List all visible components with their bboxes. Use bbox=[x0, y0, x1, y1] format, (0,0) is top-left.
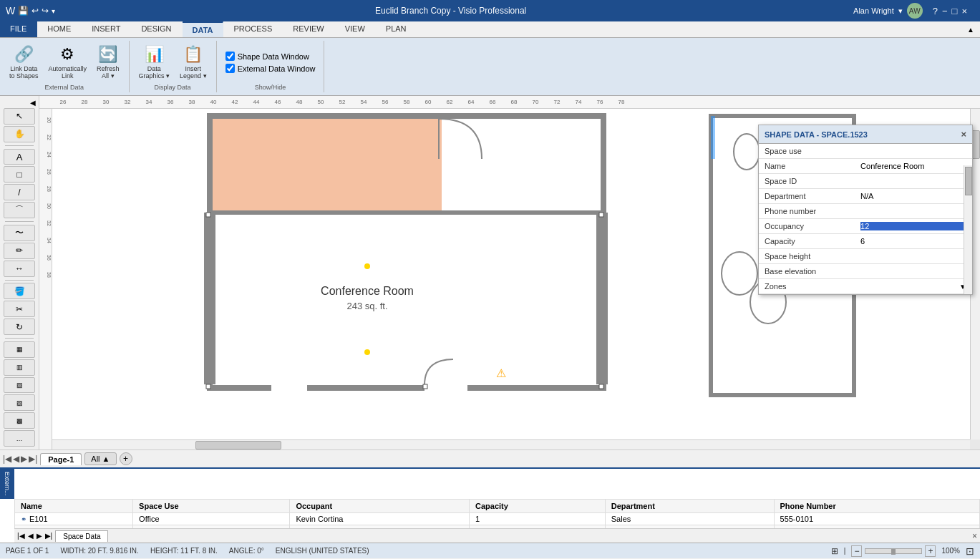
insert-legend-btn[interactable]: 📋 InsertLegend ▾ bbox=[176, 43, 210, 82]
shape-data-header: SHAPE DATA - SPACE.1523 × bbox=[759, 125, 972, 144]
user-dropdown[interactable]: ▾ bbox=[898, 6, 903, 16]
tab-file[interactable]: FILE bbox=[0, 21, 37, 37]
ribbon-collapse-btn[interactable]: ▲ bbox=[967, 26, 974, 34]
zoom-minus-btn[interactable]: − bbox=[851, 545, 862, 557]
field-input-space-use[interactable] bbox=[860, 147, 966, 155]
toolbox-expand-btn[interactable]: ◀ bbox=[30, 99, 36, 107]
close-btn[interactable]: × bbox=[961, 6, 967, 16]
shape-hatch-2[interactable]: ▥ bbox=[4, 359, 35, 376]
tab-view[interactable]: VIEW bbox=[335, 21, 376, 37]
text-tool[interactable]: A bbox=[4, 149, 35, 165]
panel-scrollbar-thumb bbox=[965, 167, 972, 195]
expand-shapes-btn[interactable]: … bbox=[4, 430, 35, 447]
shape-tool[interactable]: □ bbox=[4, 166, 35, 183]
fill-tool[interactable]: 🪣 bbox=[4, 283, 35, 299]
field-input-phone[interactable] bbox=[860, 207, 966, 215]
link-data-btn[interactable]: 🔗 Link Datato Shapes bbox=[6, 43, 42, 82]
col-space-use: Space Use bbox=[133, 499, 290, 512]
field-input-zones[interactable] bbox=[860, 282, 959, 291]
ext-close-btn[interactable]: × bbox=[972, 531, 977, 541]
tab-nav-prev[interactable]: ◀ bbox=[13, 454, 19, 464]
table-row: Name bbox=[759, 159, 972, 174]
field-input-base-elevation[interactable] bbox=[860, 267, 966, 276]
redo-icon[interactable]: ↪ bbox=[42, 6, 49, 16]
insert-legend-icon: 📋 bbox=[183, 45, 203, 64]
ruler-mark: 50 bbox=[310, 99, 331, 105]
ext-nav-prev[interactable]: ◀ bbox=[28, 532, 34, 540]
external-data-sidebar[interactable]: Extern... bbox=[0, 469, 14, 499]
tool-sep-2 bbox=[5, 221, 34, 222]
tab-design[interactable]: DESIGN bbox=[131, 21, 182, 37]
tab-nav-next[interactable]: ▶ bbox=[21, 454, 27, 464]
grid-icon[interactable]: ⊞ bbox=[831, 546, 838, 556]
tab-nav-last[interactable]: ▶| bbox=[29, 454, 37, 464]
crop-tool[interactable]: ✂ bbox=[4, 301, 35, 317]
auto-link-btn[interactable]: ⚙ AutomaticallyLink bbox=[45, 43, 91, 82]
ext-nav-next[interactable]: ▶ bbox=[37, 532, 42, 540]
field-label-occupancy: Occupancy bbox=[759, 219, 855, 234]
external-data-window-checkbox[interactable]: External Data Window bbox=[225, 64, 316, 73]
ext-nav-first[interactable]: |◀ bbox=[17, 532, 25, 540]
canvas-area[interactable]: 26 28 30 32 34 36 38 40 42 44 46 48 50 5… bbox=[39, 96, 980, 449]
ext-table-body: ⚭E101 Office Kevin Cortina 1 Sales 555-0… bbox=[15, 512, 980, 528]
ruler-mark: 52 bbox=[331, 99, 353, 105]
tab-all-btn[interactable]: All ▲ bbox=[84, 452, 116, 465]
ext-table-container[interactable]: Name Space Use Occupant Capacity Departm… bbox=[14, 499, 980, 528]
room-sqft-text: 243 sq. ft. bbox=[346, 301, 387, 311]
rotate-tool[interactable]: ↻ bbox=[4, 319, 35, 335]
tab-process[interactable]: PROCESS bbox=[223, 21, 283, 37]
shape-data-window-input[interactable] bbox=[225, 52, 235, 61]
line-tool[interactable]: / bbox=[4, 184, 35, 200]
field-input-occupancy[interactable] bbox=[860, 222, 966, 230]
tab-home[interactable]: HOME bbox=[37, 21, 82, 37]
ext-sheet-tabs: |◀ ◀ ▶ ▶| Space Data × bbox=[14, 528, 980, 543]
pointer-tool[interactable]: ↖ bbox=[4, 108, 35, 125]
refresh-btn[interactable]: 🔄 RefreshAll ▾ bbox=[93, 43, 123, 82]
connector-tool[interactable]: ↔ bbox=[4, 261, 35, 277]
save-icon[interactable]: 💾 bbox=[18, 6, 29, 16]
fit-page-btn[interactable]: ⊡ bbox=[966, 545, 974, 557]
field-input-capacity[interactable] bbox=[860, 237, 966, 246]
hscroll-thumb[interactable] bbox=[195, 441, 281, 449]
zoom-plus-btn[interactable]: + bbox=[925, 545, 936, 557]
shape-hatch-1[interactable]: ▦ bbox=[4, 341, 35, 358]
ext-nav-last[interactable]: ▶| bbox=[45, 532, 53, 540]
shape-hatch-5[interactable]: ▩ bbox=[4, 412, 35, 429]
field-input-department[interactable] bbox=[860, 192, 966, 200]
shape-hatch-3[interactable]: ▧ bbox=[4, 377, 35, 394]
zoom-slider-thumb[interactable] bbox=[891, 549, 896, 555]
window-title: Euclid Branch Copy - Visio Professional bbox=[55, 6, 846, 16]
data-graphics-btn[interactable]: 📊 DataGraphics ▾ bbox=[135, 43, 174, 82]
tab-review[interactable]: REVIEW bbox=[283, 21, 334, 37]
arc-tool[interactable]: ⌒ bbox=[4, 202, 35, 218]
pencil-tool[interactable]: ✏ bbox=[4, 243, 35, 259]
external-data-buttons: 🔗 Link Datato Shapes ⚙ AutomaticallyLink… bbox=[6, 42, 123, 82]
tab-insert[interactable]: INSERT bbox=[82, 21, 131, 37]
pan-tool[interactable]: ✋ bbox=[4, 126, 35, 142]
table-row[interactable]: ⚭E101 Office Kevin Cortina 1 Sales 555-0… bbox=[15, 512, 980, 525]
minimize-btn[interactable]: − bbox=[942, 6, 948, 16]
shape-data-window-checkbox[interactable]: Shape Data Window bbox=[225, 52, 316, 61]
zoom-slider[interactable] bbox=[865, 548, 922, 554]
undo-icon[interactable]: ↩ bbox=[31, 6, 39, 16]
ext-sheet-tab[interactable]: Space Data bbox=[55, 530, 108, 542]
page-tab-1[interactable]: Page-1 bbox=[40, 453, 82, 465]
freeform-tool[interactable]: 〜 bbox=[4, 225, 35, 241]
shape-hatch-4[interactable]: ▨ bbox=[4, 394, 35, 411]
add-page-btn[interactable]: + bbox=[120, 452, 132, 465]
help-btn[interactable]: ? bbox=[933, 6, 938, 16]
field-input-name[interactable] bbox=[860, 162, 966, 170]
sel-handle-br bbox=[599, 384, 603, 389]
canvas-hscroll[interactable] bbox=[52, 439, 970, 449]
tab-plan[interactable]: PLAN bbox=[376, 21, 417, 37]
panel-scrollbar[interactable] bbox=[964, 165, 972, 294]
ribbon-content: 🔗 Link Datato Shapes ⚙ AutomaticallyLink… bbox=[0, 38, 980, 95]
external-data-window-input[interactable] bbox=[225, 64, 235, 73]
field-label-zones: Zones bbox=[759, 279, 855, 294]
field-input-space-id[interactable] bbox=[860, 177, 966, 185]
shape-data-close-btn[interactable]: × bbox=[961, 129, 966, 140]
field-input-space-height[interactable] bbox=[860, 252, 966, 261]
maximize-btn[interactable]: □ bbox=[952, 6, 958, 16]
tab-nav-first[interactable]: |◀ bbox=[3, 454, 11, 464]
tab-data[interactable]: DATA bbox=[183, 21, 224, 37]
